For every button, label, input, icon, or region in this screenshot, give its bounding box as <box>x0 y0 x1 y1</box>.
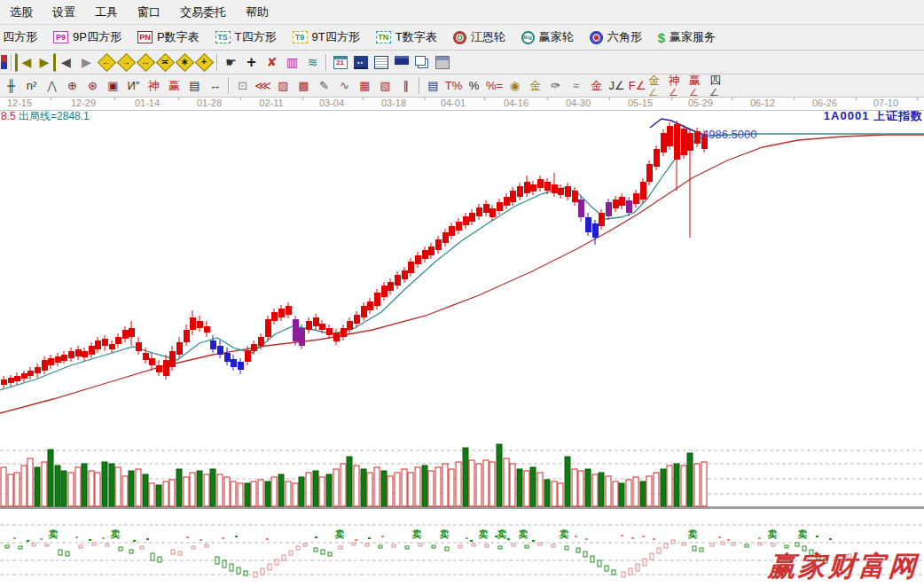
n-square-icon[interactable]: n² <box>21 76 42 95</box>
wave-icon[interactable]: ∿ <box>334 76 355 95</box>
channel-wave-icon[interactable]: ≈ <box>566 76 586 95</box>
grid-arrow-icon[interactable]: ▧ <box>375 76 395 95</box>
btn-9t-square[interactable]: T99T四方形 <box>285 25 368 50</box>
tick-mark <box>547 98 548 100</box>
ying-angle-icon[interactable]: 赢∠ <box>688 76 709 95</box>
percent-lines-icon[interactable]: %= <box>484 76 505 95</box>
hist-levels-icon[interactable]: ▤ <box>423 76 443 95</box>
date-tick-04-30: 04-30 <box>566 98 591 108</box>
prev-bar-icon[interactable]: ◀ <box>56 53 76 72</box>
notepad-icon-glyph <box>374 56 388 69</box>
percent-icon[interactable]: % <box>464 76 484 95</box>
gold-lines-icon[interactable]: 金 <box>525 76 545 95</box>
crosshair-icon[interactable]: + <box>241 53 262 72</box>
btn-t-square-label: T四方形 <box>235 29 277 45</box>
btn-hexagon[interactable]: 六角形 <box>582 25 650 50</box>
menu-window[interactable]: 窗口 <box>128 2 170 23</box>
btn-9p-square[interactable]: P99P四方形 <box>45 25 129 50</box>
app-window: 选股设置工具窗口交易委托帮助 四方形P99P四方形PNP数字表TST四方形T99… <box>0 0 924 587</box>
speed-line-icon[interactable]: И″ <box>123 76 144 95</box>
f-angle-icon[interactable]: F∠ <box>627 76 647 95</box>
pan-right-icon[interactable]: → <box>116 53 136 72</box>
t-percent-icon[interactable]: T% <box>443 76 464 95</box>
circle-compass-icon[interactable]: ⊕ <box>62 76 82 95</box>
gold-ring-icon[interactable]: ◉ <box>505 76 525 95</box>
teal-curve-icon[interactable]: ≋ <box>302 53 323 72</box>
purple-band-icon[interactable]: ▥ <box>282 53 302 72</box>
pencil-fan-icon[interactable]: ✎ <box>314 76 334 95</box>
print-icon[interactable] <box>432 53 452 72</box>
fan-box-icon[interactable]: ▨ <box>273 76 294 95</box>
last-bar-icon[interactable]: ▶ <box>35 53 56 72</box>
btn-p-table-icon: PN <box>137 31 153 43</box>
menu-tools[interactable]: 工具 <box>85 2 128 23</box>
next-bar-icon[interactable]: ▶ <box>76 53 97 72</box>
menu-trade-order[interactable]: 交易委托 <box>170 2 236 23</box>
j-angle-icon[interactable]: J∠ <box>607 76 627 95</box>
tick-mark <box>114 98 115 100</box>
tick-mark <box>51 98 51 100</box>
gann-fan-icon[interactable]: ⋘ <box>253 76 273 95</box>
btn-winner-service-label: 赢家服务 <box>670 29 716 45</box>
calculator-icon[interactable]: ▪▪ <box>350 53 371 72</box>
compress-h-icon[interactable]: ≍ <box>155 53 175 72</box>
radial-box-icon[interactable]: ▣ <box>103 76 123 95</box>
btn-hexagon-label: 六角形 <box>607 29 642 45</box>
pan-left-icon[interactable]: ← <box>97 53 116 72</box>
expand-h-icon[interactable]: ↔ <box>136 53 155 72</box>
zoom-all-icon[interactable]: ∗ <box>175 53 194 72</box>
btn-winner-wheel[interactable]: Big赢家轮 <box>513 25 582 50</box>
btn-gann-wheel[interactable]: 江恩轮 <box>445 25 513 50</box>
tick-mark <box>363 98 364 100</box>
ying-tool-icon[interactable]: 赢 <box>164 76 184 95</box>
menu-help[interactable]: 帮助 <box>236 2 278 23</box>
shen-angle-icon[interactable]: 神∠ <box>668 76 688 95</box>
exit-line-value: 8.5 <box>1 110 16 122</box>
tick-mark <box>732 98 732 100</box>
angle-mirror-icon[interactable]: ⋀ <box>42 76 62 95</box>
date-axis: 12-1512-2901-1401-2802-1103-0403-1804-01… <box>0 98 924 111</box>
erase-line-icon[interactable]: ✘ <box>262 53 282 72</box>
date-tick-05-29: 05-29 <box>688 98 713 108</box>
gann-grid-icon[interactable]: ╫ <box>1 76 21 95</box>
radial-star-icon[interactable]: ⊛ <box>82 76 103 95</box>
gold-angle-icon[interactable]: 金∠ <box>647 76 668 95</box>
shen-tool-icon[interactable]: 神 <box>144 76 164 95</box>
notepad-icon[interactable] <box>371 53 391 72</box>
gold-red-icon[interactable]: 金 <box>586 76 607 95</box>
parallel-lines-icon[interactable]: ∥ <box>395 76 416 95</box>
expand-all-icon[interactable]: + <box>194 53 214 72</box>
copy-chart-icon[interactable] <box>411 53 432 72</box>
ruler-123-icon[interactable]: ▤ <box>184 76 205 95</box>
calculator-icon-glyph: ▪▪ <box>354 56 368 69</box>
tick-mark <box>609 98 610 100</box>
tick-mark <box>794 98 795 100</box>
date-tick-04-01: 04-01 <box>441 98 466 108</box>
watermark: 赢家财富网 <box>767 548 920 585</box>
brush-icon[interactable]: ✑ <box>545 76 566 95</box>
tick-mark <box>240 98 241 100</box>
box-select-icon[interactable]: ⊡ <box>232 76 253 95</box>
menu-stock-pick[interactable]: 选股 <box>0 2 43 23</box>
first-bar-icon[interactable]: ◀ <box>15 53 35 72</box>
btn-t-table[interactable]: TNT数字表 <box>368 25 445 50</box>
save-icon[interactable] <box>391 53 411 72</box>
btn-square[interactable]: 四方形 <box>0 25 45 50</box>
btn-t-square[interactable]: TST四方形 <box>208 25 285 50</box>
compress-h-icon-arrow: ≍ <box>161 58 168 67</box>
btn-t-table-icon: TN <box>376 31 391 43</box>
date-tick-01-14: 01-14 <box>135 98 160 108</box>
svg-text:卖: 卖 <box>479 528 489 539</box>
calendar-icon[interactable]: 21 <box>330 53 350 72</box>
measure-width-icon[interactable]: ↔ <box>205 76 225 95</box>
fan-grid-icon[interactable]: ▩ <box>294 76 314 95</box>
svg-text:卖: 卖 <box>519 528 529 539</box>
tick-mark <box>425 98 426 100</box>
menu-settings[interactable]: 设置 <box>43 2 85 23</box>
btn-winner-service[interactable]: $赢家服务 <box>650 25 724 50</box>
btn-p-table[interactable]: PNP数字表 <box>129 25 208 50</box>
pan-hand-icon[interactable]: ☛ <box>221 53 241 72</box>
date-tick-07-10: 07-10 <box>873 98 898 108</box>
si-angle-icon[interactable]: 四∠ <box>709 76 729 95</box>
red-grid-icon[interactable]: ▦ <box>355 76 375 95</box>
